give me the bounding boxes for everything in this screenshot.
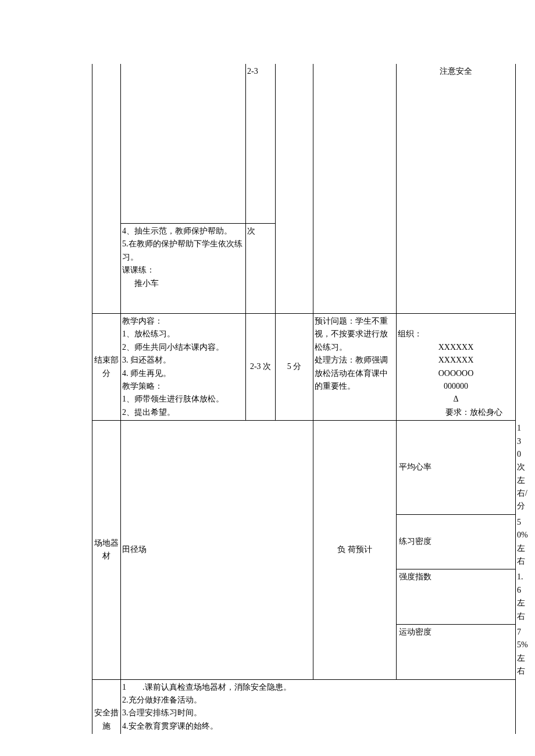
strategy-title: 教学策略： — [122, 382, 163, 390]
metric-value: 1.6 左右 — [517, 572, 525, 620]
content-line: 推小车 — [122, 277, 244, 290]
venue-cell: 田径场 — [121, 421, 313, 679]
metric-value: 50%左右 — [517, 518, 528, 565]
content-line: 1、放松练习。 — [122, 329, 175, 338]
content-line: 课课练： — [122, 266, 155, 274]
content-line: 4、抽生示范，教师保护帮助。 — [122, 227, 232, 235]
content-cell — [121, 64, 246, 224]
table-row: 结束部分 教学内容： 1、放松练习。 2、师生共同小结本课内容。 3. 归还器材… — [92, 314, 516, 421]
metric-label: 运动密度 — [399, 628, 431, 636]
safety-cell: 1 .课前认真检查场地器材，消除安全隐患。 2.充分做好准备活动。 3.合理安排… — [121, 679, 516, 734]
times-cell: 2-3 次 — [246, 314, 276, 421]
minutes-cell — [276, 64, 313, 314]
minutes-cell: 5 分 — [276, 314, 313, 421]
issue-text: 处理方法：教师强调放松活动在体育课中的重要性。 — [315, 356, 388, 390]
content-line: 2、师生共同小结本课内容。 — [122, 343, 224, 352]
organization-cell: 组织： XXXXXX XXXXXX OOOOOO 000000 Δ 要求：放松身… — [397, 314, 516, 421]
content-line: 4. 师生再见。 — [122, 369, 171, 378]
section-label: 结束部分 — [94, 356, 119, 377]
times-cell: 次 — [246, 224, 276, 314]
venue-text: 田径场 — [122, 545, 147, 554]
org-req-text: 要求：放松身心 — [445, 408, 502, 417]
organization-cell: 注意安全 — [397, 64, 516, 314]
issue-cell — [313, 64, 397, 314]
content-cell: 教学内容： 1、放松练习。 2、师生共同小结本课内容。 3. 归还器材。 4. … — [121, 314, 246, 421]
org-triangle: Δ — [453, 395, 458, 403]
times-cell: 2-3 — [246, 64, 276, 224]
section-label: 安全措施 — [94, 708, 119, 730]
table-row: 场地器材 田径场 负 荷预计 平均心率 130 次左右/分 — [92, 421, 516, 515]
section-label-cell — [92, 64, 121, 314]
section-label-cell: 安全措施 — [92, 679, 121, 734]
org-requirement: 要求：放松身心 — [398, 406, 514, 419]
issue-cell: 预计问题：学生不重视，不按要求进行放松练习。 处理方法：教师强调放松活动在体育课… — [313, 314, 397, 421]
metric-label: 平均心率 — [399, 463, 431, 471]
section-label-cell: 场地器材 — [92, 421, 121, 679]
content-line: 2、提出希望。 — [122, 408, 175, 417]
metric-value: 75%左右 — [517, 628, 528, 675]
content-line: 5.在教师的保护帮助下学生依次练习。 — [122, 239, 242, 261]
org-formation: XXXXXX XXXXXX OOOOOO 000000 Δ — [398, 341, 514, 406]
section-label: 场地器材 — [94, 539, 119, 560]
org-line: XXXXXX — [438, 343, 474, 352]
org-note: 注意安全 — [440, 67, 472, 76]
org-title: 组织： — [398, 329, 422, 338]
lesson-plan-table: 2-3 注意安全 4、抽生示范，教师保护帮助。 5.在教师的保护帮助下学生依次练… — [92, 64, 516, 734]
load-label: 负 荷预计 — [337, 545, 372, 554]
metric-label-cell: 强度指数 — [397, 569, 516, 625]
content-line: 1、师带领生进行肢体放松。 — [122, 395, 224, 403]
load-label-cell: 负 荷预计 — [313, 421, 397, 679]
times-text: 次 — [247, 227, 255, 235]
safety-line: 4.安全教育贯穿课的始终。 — [122, 722, 218, 730]
content-title: 教学内容： — [122, 317, 163, 325]
org-line: OOOOOO — [438, 369, 474, 378]
org-line: 000000 — [444, 382, 468, 390]
metric-label: 练习密度 — [399, 537, 431, 546]
metric-label-cell: 运动密度 — [397, 624, 516, 679]
table-row: 安全措施 1 .课前认真检查场地器材，消除安全隐患。 2.充分做好准备活动。 3… — [92, 679, 516, 734]
safety-num: 1 — [122, 683, 126, 691]
org-line: XXXXXX — [438, 356, 474, 364]
safety-line: .课前认真检查场地器材，消除安全隐患。 — [142, 683, 291, 691]
content-cell: 4、抽生示范，教师保护帮助。 5.在教师的保护帮助下学生依次练习。 课课练： 推… — [121, 224, 246, 314]
section-label-cell: 结束部分 — [92, 314, 121, 421]
metric-label: 强度指数 — [399, 572, 431, 581]
table-row: 2-3 注意安全 — [92, 64, 516, 224]
times-text: 2-3 次 — [250, 362, 271, 371]
safety-line: 3.合理安排练习时间。 — [122, 708, 202, 717]
issue-text: 预计问题：学生不重视，不按要求进行放松练习。 — [315, 317, 388, 352]
metric-value: 130 次左右/分 — [517, 424, 527, 510]
metric-label-cell: 平均心率 — [397, 421, 516, 515]
content-line: 3. 归还器材。 — [122, 356, 171, 364]
times-text: 2-3 — [247, 67, 258, 76]
page-container: 2-3 注意安全 4、抽生示范，教师保护帮助。 5.在教师的保护帮助下学生依次练… — [0, 0, 535, 756]
metric-label-cell: 练习密度 — [397, 514, 516, 569]
minutes-text: 5 分 — [287, 362, 302, 371]
safety-line: 2.充分做好准备活动。 — [122, 696, 202, 704]
